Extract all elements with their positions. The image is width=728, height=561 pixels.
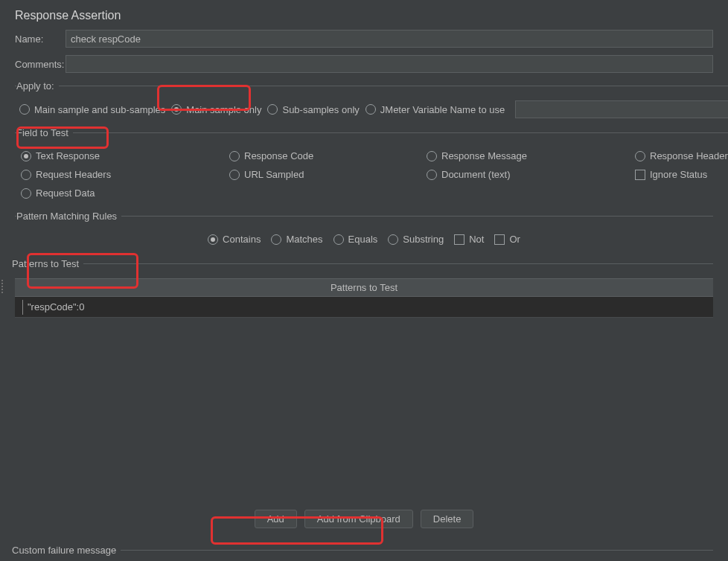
check-label: Or <box>509 234 520 245</box>
radio-label: Main sample and sub-samples <box>34 104 165 115</box>
pattern-rules-group: Pattern Matching Rules Contains Matches … <box>15 211 713 254</box>
radio-substring[interactable]: Substring <box>388 234 444 245</box>
radio-label: Document (text) <box>441 169 510 180</box>
panel-title: Response Assertion <box>15 0 713 30</box>
field-to-test-legend: Field to Test <box>16 127 73 138</box>
apply-to-legend: Apply to: <box>16 80 59 92</box>
radio-icon <box>333 234 344 245</box>
radio-request-data[interactable]: Request Data <box>21 187 229 199</box>
check-not[interactable]: Not <box>454 234 484 245</box>
name-input[interactable] <box>66 30 713 48</box>
table-row[interactable] <box>15 297 713 318</box>
radio-icon <box>365 104 376 115</box>
radio-request-headers[interactable]: Request Headers <box>21 169 229 180</box>
radio-label: Response Message <box>441 150 527 161</box>
add-from-clipboard-button[interactable]: Add from Clipboard <box>304 510 413 528</box>
radio-icon <box>171 104 182 115</box>
name-label: Name: <box>15 33 66 45</box>
radio-label: Response Headers <box>650 150 728 161</box>
check-or[interactable]: Or <box>494 234 520 245</box>
check-label: Ignore Status <box>650 169 707 180</box>
radio-label: Equals <box>348 234 378 245</box>
radio-label: Text Response <box>36 150 100 161</box>
drag-handle-icon[interactable] <box>1 280 3 293</box>
radio-label: Response Code <box>244 150 313 161</box>
custom-failure-legend: Custom failure message <box>12 545 121 556</box>
comments-label: Comments: <box>15 59 66 70</box>
radio-main-and-sub[interactable]: Main sample and sub-samples <box>19 104 165 115</box>
radio-label: Request Data <box>36 187 95 199</box>
checkbox-icon <box>494 234 505 245</box>
radio-icon <box>267 104 278 115</box>
radio-label: Substring <box>403 234 444 245</box>
check-label: Not <box>469 234 484 245</box>
radio-main-only[interactable]: Main sample only <box>171 104 261 115</box>
radio-label: Main sample only <box>186 104 261 115</box>
radio-icon <box>427 151 437 161</box>
jmeter-var-input[interactable] <box>515 100 728 118</box>
comments-input[interactable] <box>66 55 713 73</box>
radio-icon <box>635 151 645 161</box>
radio-icon <box>21 188 31 199</box>
radio-icon <box>21 151 31 161</box>
radio-document-text[interactable]: Document (text) <box>427 169 635 180</box>
patterns-to-test-legend: Patterns to Test <box>12 258 83 269</box>
radio-url-sampled[interactable]: URL Sampled <box>229 169 427 180</box>
pattern-cell-input[interactable] <box>22 300 127 315</box>
radio-icon <box>271 234 281 245</box>
radio-icon <box>388 234 398 245</box>
radio-response-code[interactable]: Response Code <box>229 150 427 161</box>
checkbox-icon <box>635 170 645 180</box>
radio-sub-only[interactable]: Sub-samples only <box>267 104 359 115</box>
checkbox-icon <box>454 234 464 245</box>
radio-icon <box>208 234 218 245</box>
radio-label: Contains <box>223 234 261 245</box>
add-button[interactable]: Add <box>255 510 297 528</box>
patterns-table-empty-area[interactable] <box>15 318 713 502</box>
radio-label: Request Headers <box>36 169 111 180</box>
radio-icon <box>229 151 240 161</box>
delete-button[interactable]: Delete <box>421 510 474 528</box>
radio-text-response[interactable]: Text Response <box>21 150 229 161</box>
radio-matches[interactable]: Matches <box>271 234 322 245</box>
pattern-rules-legend: Pattern Matching Rules <box>16 211 121 222</box>
radio-label: Matches <box>286 234 322 245</box>
check-ignore-status[interactable]: Ignore Status <box>635 169 728 180</box>
radio-contains[interactable]: Contains <box>208 234 261 245</box>
radio-icon <box>229 170 240 180</box>
radio-equals[interactable]: Equals <box>333 234 378 245</box>
radio-jmeter-var[interactable]: JMeter Variable Name to use <box>365 104 505 115</box>
radio-label: JMeter Variable Name to use <box>380 104 505 115</box>
patterns-table-header: Patterns to Test <box>15 278 713 297</box>
radio-icon <box>19 104 30 115</box>
radio-icon <box>21 170 31 180</box>
field-to-test-group: Field to Test Text Response Response Cod… <box>15 127 728 206</box>
apply-to-group: Apply to: Main sample and sub-samples Ma… <box>15 80 728 123</box>
radio-icon <box>427 170 437 180</box>
radio-label: Sub-samples only <box>282 104 359 115</box>
radio-response-headers[interactable]: Response Headers <box>635 150 728 161</box>
custom-failure-group: Custom failure message 1 respCode is not… <box>15 545 713 561</box>
radio-response-message[interactable]: Response Message <box>427 150 635 161</box>
radio-label: URL Sampled <box>244 169 304 180</box>
patterns-to-test-group: Patterns to Test Patterns to Test Add Ad… <box>15 258 713 540</box>
